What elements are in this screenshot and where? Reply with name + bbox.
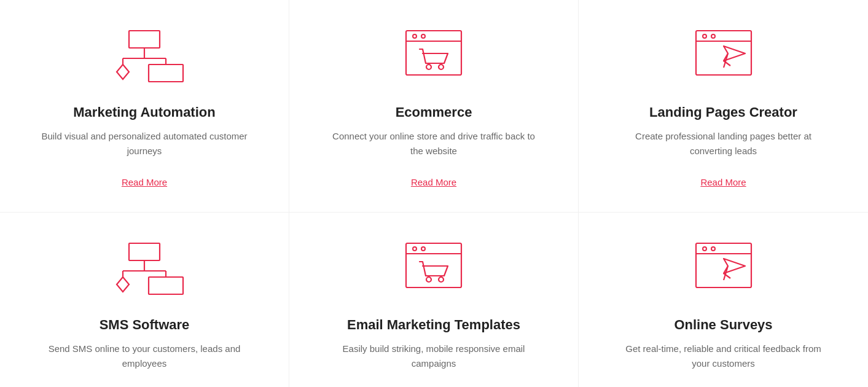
card-desc: Get real-time, reliable and critical fee… bbox=[616, 342, 831, 372]
card-title: Marketing Automation bbox=[73, 104, 215, 120]
svg-point-12 bbox=[439, 64, 444, 69]
svg-marker-25 bbox=[117, 277, 129, 292]
card-desc: Create professional landing pages better… bbox=[616, 129, 831, 160]
svg-point-29 bbox=[413, 247, 416, 251]
svg-point-36 bbox=[711, 247, 715, 251]
svg-point-11 bbox=[426, 64, 431, 69]
card-ecommerce: Ecommerce Connect your online store and … bbox=[289, 0, 579, 213]
svg-point-32 bbox=[439, 277, 444, 282]
card-title: Ecommerce bbox=[396, 104, 472, 120]
card-online-surveys: Online Surveys Get real-time, reliable a… bbox=[579, 213, 868, 387]
card-marketing-automation: Marketing Automation Build visual and pe… bbox=[0, 0, 289, 213]
email-marketing-icon bbox=[397, 237, 471, 305]
svg-marker-5 bbox=[117, 64, 129, 79]
card-title: Online Surveys bbox=[674, 317, 772, 333]
svg-rect-20 bbox=[129, 243, 160, 260]
sms-icon bbox=[108, 237, 181, 305]
automation-icon bbox=[108, 25, 181, 92]
svg-point-10 bbox=[421, 34, 425, 38]
svg-rect-0 bbox=[129, 31, 160, 48]
card-email-marketing: Email Marketing Templates Easily build s… bbox=[289, 213, 579, 387]
svg-point-31 bbox=[426, 277, 431, 282]
svg-rect-6 bbox=[149, 64, 183, 82]
card-desc: Connect your online store and drive traf… bbox=[326, 129, 541, 160]
card-desc: Easily build striking, mobile responsive… bbox=[326, 342, 541, 372]
read-more-link[interactable]: Read More bbox=[700, 177, 746, 187]
online-surveys-icon bbox=[687, 237, 760, 305]
landing-pages-icon bbox=[687, 25, 760, 92]
svg-point-35 bbox=[703, 247, 706, 251]
svg-point-16 bbox=[711, 34, 715, 38]
svg-point-9 bbox=[413, 34, 416, 38]
card-title: Email Marketing Templates bbox=[347, 317, 520, 333]
svg-rect-26 bbox=[149, 277, 183, 294]
card-title: Landing Pages Creator bbox=[649, 104, 797, 120]
read-more-link[interactable]: Read More bbox=[411, 177, 456, 187]
ecommerce-icon bbox=[397, 25, 471, 92]
svg-point-30 bbox=[421, 247, 425, 251]
card-desc: Build visual and personalized automated … bbox=[37, 129, 252, 160]
card-landing-pages: Landing Pages Creator Create professiona… bbox=[579, 0, 868, 213]
read-more-link[interactable]: Read More bbox=[122, 177, 167, 187]
card-desc: Send SMS online to your customers, leads… bbox=[37, 342, 252, 372]
card-sms-software: SMS Software Send SMS online to your cus… bbox=[0, 213, 289, 387]
features-grid: Marketing Automation Build visual and pe… bbox=[0, 0, 868, 387]
svg-point-15 bbox=[703, 34, 706, 38]
card-title: SMS Software bbox=[100, 317, 190, 333]
